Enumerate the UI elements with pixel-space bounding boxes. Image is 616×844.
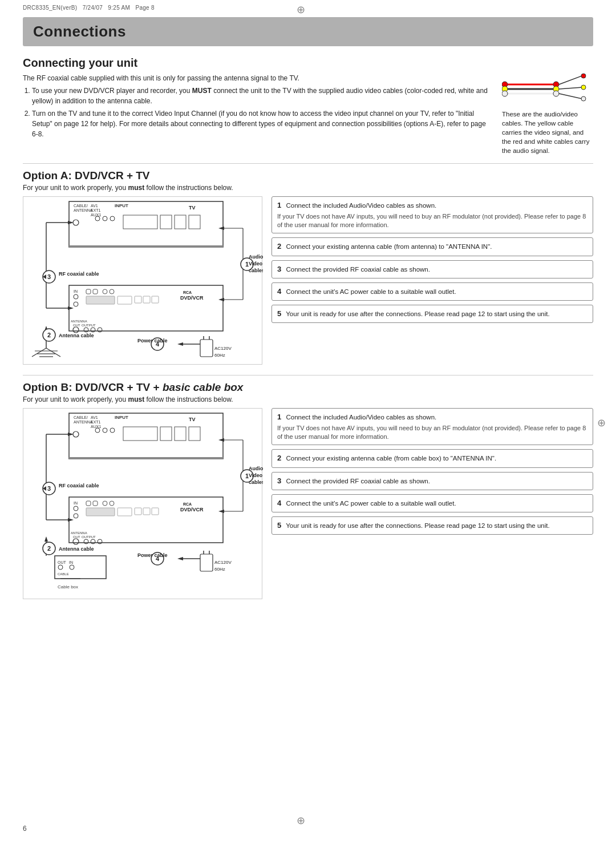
meta-bar: DRC8335_EN(verB) 7/24/07 9:25 AM Page 8 (23, 5, 155, 11)
svg-rect-164 (200, 554, 213, 571)
b-step-3-num: 3 (277, 476, 281, 485)
page-title: Connections (33, 23, 583, 41)
svg-point-127 (73, 539, 79, 544)
svg-point-102 (95, 428, 100, 433)
b-step-1-text: Connect the included Audio/Video cables … (286, 414, 436, 421)
intro-list: To use your new DVD/VCR player and recor… (32, 86, 492, 139)
svg-point-119 (110, 501, 114, 506)
svg-text:IN: IN (69, 560, 73, 564)
option-a-section: Option A: DVD/VCR + TV For your unit to … (23, 163, 593, 365)
svg-rect-108 (189, 427, 200, 441)
svg-text:AV1: AV1 (91, 415, 98, 419)
option-a-step-4: 4 Connect the unit's AC power cable to a… (271, 282, 593, 301)
option-b-section: Option B: DVD/VCR + TV + basic cable box… (23, 375, 593, 599)
svg-point-25 (103, 216, 107, 221)
option-a-step-5: 5 Your unit is ready for use after the c… (271, 305, 593, 323)
svg-rect-43 (117, 296, 132, 304)
svg-point-103 (103, 428, 107, 433)
svg-marker-58 (68, 306, 74, 310)
content-area: Connecting your unit The RF coaxial cabl… (23, 56, 593, 599)
page-number: 6 (23, 825, 27, 833)
svg-text:OUTPUT: OUTPUT (82, 535, 96, 539)
svg-text:IN: IN (74, 501, 78, 505)
step-5-text: Your unit is ready for use after the con… (286, 310, 549, 317)
option-a-sub: For your unit to work properly, you must… (23, 184, 593, 192)
cross-marker-top: ⊕ (297, 3, 305, 16)
option-a-layout: TV CABLE/ ANTENNA AV1 EXT1 AUX1 INPUT (23, 196, 593, 365)
step-1-text: Connect the included Audio/Video cables … (286, 202, 436, 209)
svg-rect-29 (175, 215, 186, 229)
must-label-b: must (128, 395, 145, 403)
svg-rect-117 (93, 501, 98, 506)
svg-rect-39 (93, 289, 98, 294)
svg-rect-109 (69, 457, 223, 459)
cross-marker-bottom: ⊕ (297, 814, 305, 827)
option-b-step-5: 5 Your unit is ready for use after the c… (271, 516, 593, 535)
svg-rect-38 (86, 289, 91, 294)
svg-point-131 (98, 539, 102, 544)
svg-point-118 (103, 501, 107, 506)
doc-time: 9:25 AM (108, 5, 130, 11)
svg-text:60Hz: 60Hz (214, 353, 225, 358)
svg-text:Cable box: Cable box (58, 584, 78, 589)
option-b-step-1: 1 Connect the included Audio/Video cable… (271, 408, 593, 445)
svg-line-10 (559, 87, 582, 89)
svg-text:EXT1: EXT1 (91, 208, 101, 212)
svg-point-41 (110, 289, 114, 294)
connecting-heading: Connecting your unit (23, 56, 593, 70)
svg-rect-123 (143, 508, 150, 515)
svg-point-115 (74, 514, 78, 518)
svg-rect-120 (86, 508, 115, 516)
svg-point-13 (581, 85, 586, 90)
svg-text:AUX1: AUX1 (91, 425, 101, 429)
option-a-step-2: 2 Connect your existing antenna cable (f… (271, 237, 593, 256)
option-b-instructions: 1 Connect the included Audio/Video cable… (271, 408, 593, 539)
svg-point-155 (58, 565, 63, 570)
option-a-diagram: TV CABLE/ ANTENNA AV1 EXT1 AUX1 INPUT (23, 196, 262, 365)
intro-list-item-1: To use your new DVD/VCR player and recor… (32, 86, 492, 106)
svg-text:Video: Video (249, 261, 263, 266)
svg-marker-136 (68, 518, 74, 522)
svg-text:Power cable: Power cable (137, 552, 168, 558)
svg-rect-28 (160, 215, 172, 229)
svg-text:RCA: RCA (183, 502, 192, 506)
svg-text:AC120V: AC120V (214, 560, 232, 565)
svg-point-5 (553, 91, 559, 96)
svg-text:ANTENNA: ANTENNA (71, 320, 87, 323)
cable-image-svg (502, 73, 587, 104)
intro-text: The RF coaxial cable supplied with this … (23, 73, 492, 155)
svg-point-130 (91, 539, 95, 544)
svg-rect-105 (123, 427, 157, 441)
svg-rect-42 (86, 296, 115, 304)
step-1-note: If your TV does not have AV inputs, you … (277, 212, 587, 230)
svg-point-37 (74, 302, 78, 306)
svg-text:INPUT: INPUT (115, 415, 128, 420)
svg-text:Audio: Audio (249, 254, 263, 260)
svg-point-23 (73, 220, 79, 225)
b-step-1-note: If your TV does not have AV inputs, you … (277, 424, 587, 442)
svg-marker-57 (68, 221, 74, 224)
option-a-heading: Option A: DVD/VCR + TV (23, 169, 593, 182)
step-5-num: 5 (277, 309, 281, 318)
svg-marker-135 (68, 433, 74, 436)
svg-rect-107 (175, 427, 186, 441)
svg-rect-30 (189, 215, 200, 229)
svg-rect-44 (135, 296, 141, 303)
svg-point-8 (502, 91, 508, 96)
option-b-layout: TV CABLE/ ANTENNA AV1 EXT1 AUX1 INPUT (23, 408, 593, 599)
svg-text:OUTPUT: OUTPUT (82, 324, 96, 327)
svg-text:Antenna cable: Antenna cable (59, 546, 94, 552)
connecting-your-unit-section: Connecting your unit The RF coaxial cabl… (23, 56, 593, 155)
svg-marker-67 (218, 298, 224, 301)
svg-marker-168 (177, 557, 183, 560)
option-a-step-3: 3 Connect the provided RF coaxial cable … (271, 260, 593, 278)
svg-rect-83 (200, 340, 213, 357)
svg-marker-144 (218, 438, 224, 442)
svg-marker-87 (177, 342, 183, 346)
svg-text:EXT1: EXT1 (91, 420, 101, 424)
svg-text:3: 3 (47, 273, 51, 280)
intro-list-item-2: Turn on the TV and tune it to the correc… (32, 108, 492, 139)
svg-rect-31 (69, 245, 223, 248)
cross-marker-right: ⊕ (597, 417, 606, 429)
svg-text:OUT: OUT (73, 324, 80, 327)
